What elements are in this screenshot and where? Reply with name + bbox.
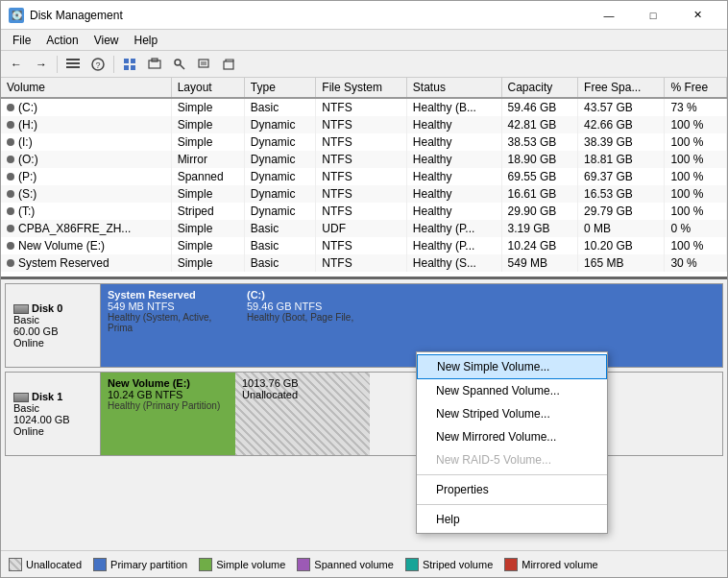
- svg-text:?: ?: [95, 60, 100, 70]
- table-row[interactable]: System Reserved Simple Basic NTFS Health…: [1, 254, 727, 272]
- cell-capacity: 59.46 GB: [501, 98, 578, 116]
- cell-status: Healthy: [406, 133, 501, 151]
- disk-0-partitions: System Reserved 549 MB NTFS Healthy (Sys…: [101, 283, 723, 368]
- cell-capacity: 29.90 GB: [501, 203, 578, 220]
- cell-free: 38.39 GB: [578, 133, 665, 151]
- col-free[interactable]: Free Spa...: [578, 78, 665, 98]
- table-row[interactable]: (T:) Striped Dynamic NTFS Healthy 29.90 …: [1, 203, 727, 220]
- cell-fs: NTFS: [316, 116, 407, 133]
- cell-fs: NTFS: [316, 203, 407, 220]
- cell-fs: NTFS: [316, 237, 407, 254]
- disk-1-new-volume[interactable]: New Volume (E:) 10.24 GB NTFS Healthy (P…: [101, 373, 235, 455]
- app-icon: 💽: [9, 8, 24, 23]
- cell-capacity: 38.53 GB: [501, 133, 578, 151]
- ctx-properties[interactable]: Properties: [417, 478, 607, 501]
- swatch-primary: [93, 558, 107, 571]
- table-row[interactable]: (S:) Simple Dynamic NTFS Healthy 16.61 G…: [1, 185, 727, 203]
- legend-striped-label: Striped volume: [423, 559, 493, 570]
- toolbar: ← → ?: [1, 51, 727, 78]
- cell-layout: Simple: [171, 237, 244, 254]
- cell-capacity: 3.19 GB: [501, 220, 578, 237]
- table-row[interactable]: (H:) Simple Dynamic NTFS Healthy 42.81 G…: [1, 116, 727, 133]
- maximize-button[interactable]: □: [631, 1, 675, 30]
- menu-file[interactable]: File: [5, 30, 38, 50]
- close-button[interactable]: ✕: [675, 1, 719, 30]
- cell-pct: 100 %: [665, 203, 727, 220]
- cell-status: Healthy (P...: [406, 237, 501, 254]
- svg-point-11: [175, 60, 181, 65]
- help-button[interactable]: ?: [86, 54, 109, 75]
- cell-layout: Simple: [171, 98, 244, 116]
- svg-rect-1: [66, 62, 80, 64]
- minimize-button[interactable]: —: [587, 1, 631, 30]
- ctx-new-mirrored-volume[interactable]: New Mirrored Volume...: [417, 425, 607, 448]
- ctx-new-spanned-volume[interactable]: New Spanned Volume...: [417, 379, 607, 402]
- svg-rect-6: [131, 59, 135, 63]
- cell-fs: UDF: [316, 220, 407, 237]
- legend-simple: Simple volume: [199, 558, 285, 571]
- back-button[interactable]: ←: [5, 54, 28, 75]
- toolbar-btn-4[interactable]: [143, 54, 166, 75]
- ctx-help[interactable]: Help: [417, 508, 607, 531]
- col-capacity[interactable]: Capacity: [501, 78, 578, 98]
- menu-view[interactable]: View: [86, 30, 127, 50]
- window-controls: — □ ✕: [587, 1, 719, 30]
- svg-rect-2: [66, 66, 80, 68]
- toolbar-btn-5[interactable]: [168, 54, 191, 75]
- disk-0-system-reserved[interactable]: System Reserved 549 MB NTFS Healthy (Sys…: [101, 284, 240, 367]
- ctx-new-simple-volume[interactable]: New Simple Volume...: [417, 354, 607, 379]
- table-row[interactable]: (P:) Spanned Dynamic NTFS Healthy 69.55 …: [1, 168, 727, 185]
- cell-volume: (O:): [1, 151, 171, 168]
- swatch-spanned: [297, 558, 310, 571]
- swatch-unalloc: [9, 558, 22, 571]
- cell-status: Healthy (P...: [406, 220, 501, 237]
- cell-volume: New Volume (E:): [1, 237, 171, 254]
- cell-capacity: 16.61 GB: [501, 185, 578, 203]
- svg-rect-16: [224, 61, 233, 69]
- col-status[interactable]: Status: [406, 78, 501, 98]
- ctx-new-striped-volume[interactable]: New Striped Volume...: [417, 402, 607, 425]
- toolbar-btn-3[interactable]: [118, 54, 141, 75]
- cell-layout: Mirror: [171, 151, 244, 168]
- col-layout[interactable]: Layout: [171, 78, 244, 98]
- toolbar-btn-7[interactable]: [218, 54, 241, 75]
- disk-1-unallocated[interactable]: 1013.76 GB Unallocated: [235, 373, 370, 455]
- menu-help[interactable]: Help: [127, 30, 166, 50]
- cell-type: Basic: [244, 237, 316, 254]
- menu-action[interactable]: Action: [38, 30, 85, 50]
- window-title: Disk Management: [30, 9, 123, 22]
- cell-fs: NTFS: [316, 254, 407, 272]
- col-type[interactable]: Type: [244, 78, 316, 98]
- cell-free: 29.79 GB: [578, 203, 665, 220]
- cell-capacity: 549 MB: [501, 254, 578, 272]
- cell-layout: Simple: [171, 254, 244, 272]
- cell-layout: Simple: [171, 220, 244, 237]
- table-row[interactable]: (O:) Mirror Dynamic NTFS Healthy 18.90 G…: [1, 151, 727, 168]
- disk-0-row: Disk 0 Basic 60.00 GB Online System Rese…: [5, 283, 723, 368]
- cell-free: 42.66 GB: [578, 116, 665, 133]
- title-bar: 💽 Disk Management — □ ✕: [1, 1, 727, 30]
- list-button[interactable]: [61, 54, 85, 75]
- toolbar-separator-1: [57, 56, 58, 73]
- legend-spanned: Spanned volume: [297, 558, 394, 571]
- cell-pct: 30 %: [665, 254, 727, 272]
- cell-type: Dynamic: [244, 151, 316, 168]
- col-volume[interactable]: Volume: [1, 78, 171, 98]
- forward-button[interactable]: →: [30, 54, 53, 75]
- cell-pct: 100 %: [665, 151, 727, 168]
- cell-volume: System Reserved: [1, 254, 171, 272]
- cell-status: Healthy: [406, 203, 501, 220]
- col-pct[interactable]: % Free: [665, 78, 727, 98]
- cell-volume: (T:): [1, 203, 171, 220]
- col-filesystem[interactable]: File System: [316, 78, 407, 98]
- toolbar-btn-6[interactable]: [193, 54, 216, 75]
- cell-volume: (H:): [1, 116, 171, 133]
- table-row[interactable]: CPBA_X86FRE_ZH... Simple Basic UDF Healt…: [1, 220, 727, 237]
- svg-rect-8: [131, 65, 135, 70]
- ctx-separator-1: [417, 474, 607, 475]
- table-row[interactable]: New Volume (E:) Simple Basic NTFS Health…: [1, 237, 727, 254]
- table-row[interactable]: (I:) Simple Dynamic NTFS Healthy 38.53 G…: [1, 133, 727, 151]
- cell-pct: 100 %: [665, 116, 727, 133]
- disk-0-label: Disk 0 Basic 60.00 GB Online: [5, 283, 101, 368]
- table-row[interactable]: (C:) Simple Basic NTFS Healthy (B... 59.…: [1, 98, 727, 116]
